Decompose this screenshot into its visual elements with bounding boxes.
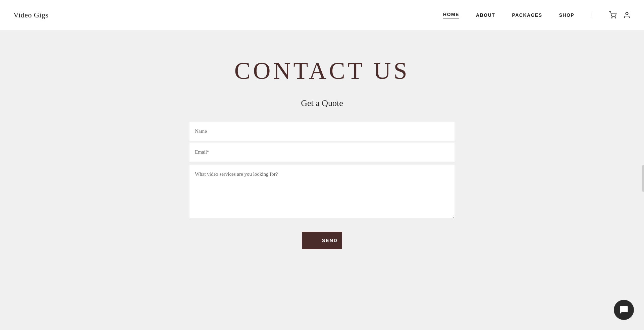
svg-point-1 <box>615 17 615 18</box>
contact-title: CONTACT US <box>234 57 410 85</box>
nav-divider: | <box>591 11 592 18</box>
form-subtitle: Get a Quote <box>301 98 343 108</box>
svg-point-2 <box>626 12 628 14</box>
message-textarea[interactable] <box>190 165 454 218</box>
nav-packages[interactable]: PACKAGES <box>512 12 542 18</box>
nav-icons <box>609 11 631 19</box>
logo[interactable]: Video Gigs <box>13 11 49 19</box>
contact-form: SEND <box>190 122 454 249</box>
main-content: CONTACT US Get a Quote SEND <box>0 30 644 276</box>
scrollbar[interactable] <box>642 165 644 192</box>
chat-bubble[interactable] <box>614 300 634 320</box>
nav-about[interactable]: ABOUT <box>476 12 495 18</box>
header: Video Gigs HOME ABOUT PACKAGES SHOP | <box>0 0 644 30</box>
svg-point-0 <box>611 17 612 18</box>
name-input[interactable] <box>190 122 454 141</box>
send-button[interactable]: SEND <box>302 232 342 249</box>
cart-icon[interactable] <box>609 11 616 19</box>
user-icon[interactable] <box>623 11 631 19</box>
email-input[interactable] <box>190 143 454 162</box>
nav-shop[interactable]: SHOP <box>559 12 575 18</box>
main-nav: HOME ABOUT PACKAGES SHOP | <box>443 11 631 19</box>
nav-home[interactable]: HOME <box>443 12 459 18</box>
